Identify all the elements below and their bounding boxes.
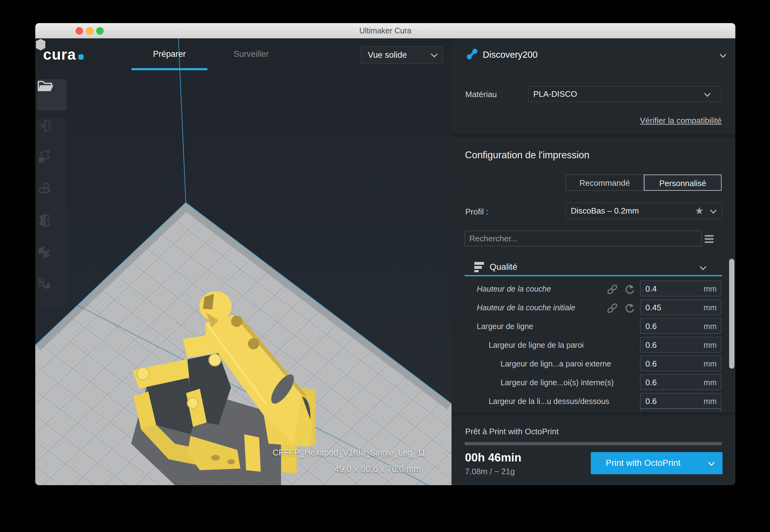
chevron-down-icon (700, 264, 706, 270)
link-icon[interactable] (607, 303, 618, 314)
settings-panel: Discovery200 Matériau PLA-DISCO Vérifier… (452, 38, 735, 485)
mirror-icon (37, 213, 52, 228)
setting-unit: mm (703, 341, 717, 350)
setting-input[interactable]: 0.6 mm (640, 374, 721, 390)
material-dropdown[interactable]: PLA-DISCO (528, 86, 721, 102)
model-dimensions-label: 49.0 x 80.6 x 76.0 mm (334, 464, 421, 474)
chevron-down-icon[interactable] (708, 459, 715, 466)
setting-value: 0.4 (645, 284, 657, 294)
setting-unit: mm (703, 303, 717, 312)
open-folder-icon (37, 79, 54, 93)
setting-unit: mm (703, 322, 717, 331)
profile-dropdown[interactable]: DiscoBas – 0.2mm ★ (565, 203, 722, 219)
revert-icon[interactable] (624, 303, 635, 314)
section-divider (452, 412, 735, 416)
printer-network-icon (466, 48, 478, 60)
section-divider (452, 134, 735, 137)
search-input[interactable] (465, 231, 710, 246)
setting-input[interactable]: 0.6 mm (640, 337, 721, 352)
scale-tool-button[interactable] (37, 150, 67, 181)
settings-scrollbar[interactable] (729, 259, 734, 369)
revert-icon[interactable] (624, 284, 635, 295)
compatibility-link[interactable]: Vérifier la compatibilité (640, 116, 722, 126)
link-icon[interactable] (607, 284, 618, 295)
print-button[interactable]: Print with OctoPrint (591, 452, 723, 474)
material-label: Matériau (465, 90, 497, 99)
material-value: PLA-DISCO (533, 89, 577, 99)
progress-bar (465, 442, 722, 445)
setting-value: 0.6 (645, 322, 657, 331)
open-file-button[interactable] (37, 79, 67, 111)
setting-row: Largeur de ligne 0.6 mm (452, 318, 735, 336)
setting-value: 0.6 (645, 378, 657, 387)
support-blocker-button[interactable] (37, 276, 67, 308)
per-model-settings-icon (37, 244, 52, 259)
setting-label: Largeur de lign...a paroi externe (501, 359, 611, 368)
logo-dot-icon (78, 54, 84, 60)
main-content: cura Préparer Surveiller (35, 38, 735, 485)
quality-active-underline (465, 275, 722, 276)
chevron-down-icon (431, 51, 437, 57)
titlebar: Ultimaker Cura (35, 23, 735, 38)
setting-value: 0.45 (645, 303, 661, 313)
material-usage-estimate: 7.08m / ~ 21g (465, 467, 515, 476)
setting-row: Largeur de la li...u dessus/dessous 0.6 … (452, 392, 735, 411)
cura-logo: cura (43, 46, 84, 63)
printer-selector[interactable]: Discovery200 (483, 50, 538, 60)
setting-row: Largeur de ligne de la paroi 0.6 mm (452, 336, 735, 355)
setting-label: Largeur de ligne (477, 322, 533, 331)
profile-value: DiscoBas – 0.2mm (571, 206, 639, 216)
quality-section-label: Qualité (490, 262, 517, 272)
print-time-estimate: 00h 46min (465, 451, 521, 464)
job-status-label: Prêt à Print with OctoPrint (465, 427, 559, 436)
setting-label: Largeur de ligne...oi(s) interne(s) (501, 378, 614, 387)
build-plate-scene (35, 38, 452, 485)
support-blocker-icon (37, 276, 52, 291)
profile-label: Profil : (465, 207, 488, 217)
view-right-icon[interactable] (35, 38, 46, 51)
setting-unit: mm (703, 359, 717, 368)
mirror-tool-button[interactable] (37, 213, 67, 244)
settings-search[interactable] (465, 231, 702, 246)
setting-value: 0.6 (645, 397, 657, 406)
chevron-down-icon (710, 207, 717, 214)
move-tool-button[interactable] (37, 118, 67, 150)
quality-section-header[interactable]: Qualité (452, 259, 735, 276)
setting-input[interactable]: 0.6 mm (640, 356, 721, 371)
tab-active-underline (131, 68, 207, 70)
setting-value: 0.6 (645, 340, 657, 350)
screen: Ultimaker Cura (0, 0, 770, 532)
setting-input[interactable]: 0.45 mm (640, 299, 721, 315)
recommended-mode-button[interactable]: Recommandé (565, 175, 644, 191)
setting-unit: mm (703, 284, 717, 293)
tab-monitor[interactable]: Surveiller (234, 49, 269, 59)
filter-menu-icon[interactable] (705, 235, 713, 243)
setting-label: Hauteur de la couche initiale (477, 303, 575, 312)
z-axis-line (178, 38, 186, 203)
per-model-settings-button[interactable] (37, 244, 67, 276)
view-mode-value: Vue solide (368, 50, 407, 60)
model-name-label: CFFFP_Hexapod_V1r8a_Single_Leg_11 (273, 448, 426, 458)
setting-unit: mm (703, 378, 717, 387)
scale-icon (37, 150, 52, 165)
viewport-3d[interactable]: cura Préparer Surveiller (35, 38, 452, 485)
setting-label: Largeur de ligne de la paroi (489, 341, 584, 350)
setting-input-partial (640, 409, 721, 412)
setting-input[interactable]: 0.6 mm (640, 318, 721, 334)
view-mode-dropdown[interactable]: Vue solide (361, 46, 443, 64)
tab-prepare[interactable]: Préparer (131, 49, 207, 59)
setting-input[interactable]: 0.4 mm (640, 281, 721, 296)
star-icon: ★ (695, 205, 704, 217)
setting-row: Largeur de ligne...oi(s) interne(s) 0.6 … (452, 374, 735, 392)
custom-mode-button[interactable]: Personnalisé (644, 175, 722, 191)
setting-unit: mm (703, 397, 717, 406)
setting-label: Hauteur de la couche (477, 284, 551, 293)
setting-value: 0.6 (645, 359, 657, 369)
print-button-label: Print with OctoPrint (606, 458, 681, 468)
app-window: Ultimaker Cura (35, 23, 735, 485)
window-title: Ultimaker Cura (35, 23, 735, 38)
chevron-down-icon[interactable] (720, 51, 726, 58)
rotate-icon (37, 181, 52, 196)
setting-input[interactable]: 0.6 mm (640, 393, 721, 409)
rotate-tool-button[interactable] (37, 181, 67, 213)
